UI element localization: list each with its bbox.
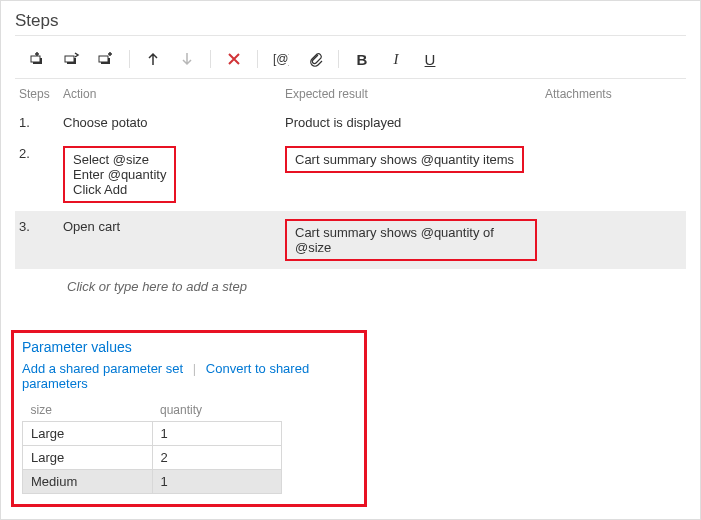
separator: | — [193, 361, 196, 376]
param-size[interactable]: Large — [23, 446, 153, 470]
step-row[interactable]: 2.Select @size Enter @quantity Click Add… — [15, 138, 686, 211]
step-row[interactable]: 1.Choose potatoProduct is displayed — [15, 107, 686, 138]
parameter-links: Add a shared parameter set | Convert to … — [22, 361, 356, 391]
svg-rect-1 — [31, 56, 40, 62]
parameter-values-panel: Parameter values Add a shared parameter … — [11, 330, 367, 507]
col-attachments: Attachments — [541, 85, 686, 107]
add-step-placeholder[interactable]: Click or type here to add a step — [15, 269, 686, 294]
insert-step-icon — [30, 51, 46, 67]
step-action-cell[interactable]: Select @size Enter @quantity Click Add — [59, 138, 281, 211]
param-row[interactable]: Medium1 — [23, 470, 282, 494]
step-expected-cell[interactable]: Product is displayed — [281, 107, 541, 138]
steps-panel: Steps [@] B I U — [1, 1, 700, 294]
toolbar: [@] B I U — [15, 44, 686, 76]
separator — [257, 50, 258, 68]
param-col-quantity: quantity — [152, 399, 281, 422]
col-steps: Steps — [15, 85, 59, 107]
move-up-button[interactable] — [136, 46, 170, 72]
step-action-cell[interactable]: Choose potato — [59, 107, 281, 138]
move-down-button[interactable] — [170, 46, 204, 72]
separator — [210, 50, 211, 68]
parameter-table: size quantity Large1Large2Medium1 — [22, 399, 282, 494]
underline-button[interactable]: U — [413, 46, 447, 72]
separator — [129, 50, 130, 68]
insert-step-button[interactable] — [21, 46, 55, 72]
step-number: 1. — [15, 107, 59, 138]
step-action: Choose potato — [63, 115, 148, 130]
panel-title: Steps — [15, 11, 686, 31]
param-size[interactable]: Large — [23, 422, 153, 446]
insert-shared-steps-button[interactable] — [55, 46, 89, 72]
param-quantity[interactable]: 1 — [152, 422, 281, 446]
separator — [338, 50, 339, 68]
param-size[interactable]: Medium — [23, 470, 153, 494]
col-action: Action — [59, 85, 281, 107]
svg-text:[@]: [@] — [273, 52, 289, 66]
step-expected-cell[interactable]: Cart summary shows @quantity items — [281, 138, 541, 211]
col-expected: Expected result — [281, 85, 541, 107]
step-attachments-cell[interactable] — [541, 138, 686, 211]
bold-icon: B — [357, 51, 368, 68]
insert-shared-icon — [64, 51, 80, 67]
insert-parameter-button[interactable]: [@] — [264, 46, 298, 72]
steps-grid: Steps Action Expected result Attachments… — [15, 85, 686, 269]
create-shared-icon — [98, 51, 114, 67]
param-quantity[interactable]: 2 — [152, 446, 281, 470]
arrow-up-icon — [145, 51, 161, 67]
italic-icon: I — [394, 51, 399, 68]
arrow-down-icon — [179, 51, 195, 67]
step-number: 2. — [15, 138, 59, 211]
step-action: Open cart — [63, 219, 120, 234]
step-expected: Product is displayed — [285, 115, 401, 130]
add-shared-parameter-link[interactable]: Add a shared parameter set — [22, 361, 183, 376]
step-action-cell[interactable]: Open cart — [59, 211, 281, 269]
bold-button[interactable]: B — [345, 46, 379, 72]
param-quantity[interactable]: 1 — [152, 470, 281, 494]
step-attachments-cell[interactable] — [541, 107, 686, 138]
at-icon: [@] — [273, 51, 289, 67]
step-expected: Cart summary shows @quantity items — [285, 146, 524, 173]
param-row[interactable]: Large2 — [23, 446, 282, 470]
step-expected: Cart summary shows @quantity of @size — [285, 219, 537, 261]
step-action: Select @size Enter @quantity Click Add — [63, 146, 176, 203]
svg-rect-5 — [99, 56, 108, 62]
grid-header-row: Steps Action Expected result Attachments — [15, 85, 686, 107]
underline-icon: U — [425, 51, 436, 68]
step-attachments-cell[interactable] — [541, 211, 686, 269]
attach-button[interactable] — [298, 46, 332, 72]
divider — [15, 78, 686, 79]
create-shared-steps-button[interactable] — [89, 46, 123, 72]
paperclip-icon — [307, 51, 323, 67]
delete-step-button[interactable] — [217, 46, 251, 72]
step-row[interactable]: 3.Open cartCart summary shows @quantity … — [15, 211, 686, 269]
svg-rect-3 — [65, 56, 74, 62]
parameter-values-title: Parameter values — [22, 339, 356, 355]
divider — [15, 35, 686, 36]
param-row[interactable]: Large1 — [23, 422, 282, 446]
param-col-size: size — [23, 399, 153, 422]
step-expected-cell[interactable]: Cart summary shows @quantity of @size — [281, 211, 541, 269]
step-number: 3. — [15, 211, 59, 269]
delete-icon — [226, 51, 242, 67]
italic-button[interactable]: I — [379, 46, 413, 72]
